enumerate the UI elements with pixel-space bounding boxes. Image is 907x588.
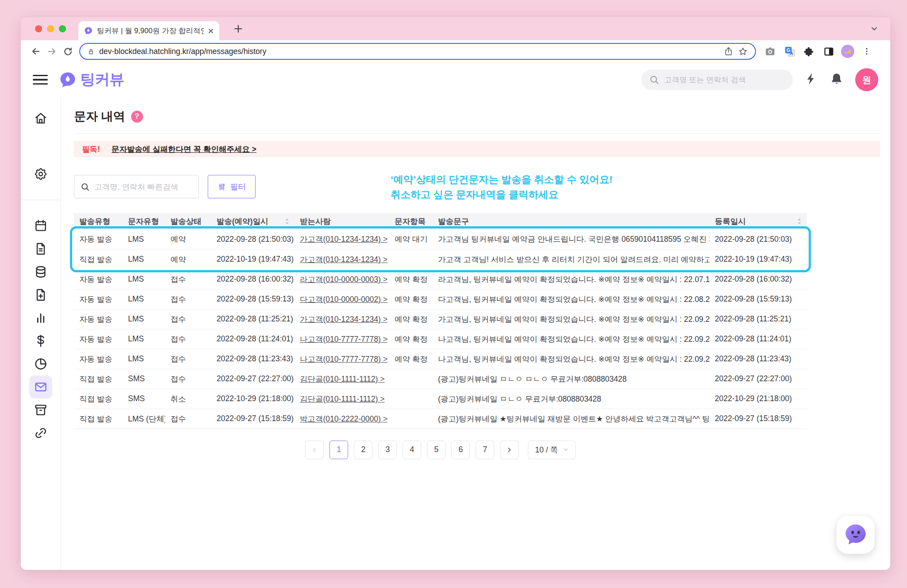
recipient-link[interactable]: 가고객(010-1234-1234) >: [300, 255, 388, 264]
screenshot-extension-button[interactable]: [763, 44, 777, 58]
global-search-input[interactable]: 고객명 또는 연락처 검색: [641, 70, 793, 90]
recipient-link[interactable]: 라고객(010-0000-0003) >: [300, 275, 388, 284]
col-category[interactable]: 문자항목: [389, 213, 433, 229]
maximize-window-button[interactable]: [59, 25, 66, 32]
recipient-link[interactable]: 가고객(010-1234-1234) >: [300, 235, 388, 244]
reload-button[interactable]: [60, 43, 76, 59]
page-size-select[interactable]: 10 / 쪽: [528, 441, 576, 459]
recipient-link[interactable]: 나고객(010-7777-7778) >: [300, 355, 388, 364]
bell-icon: [830, 72, 843, 85]
table-row[interactable]: 직접 발송 LMS 예약 2022-10-19 (19:47:43) 가고객(0…: [74, 249, 807, 269]
col-registered-at[interactable]: 등록일시: [709, 213, 807, 229]
browser-menu-button[interactable]: [860, 44, 874, 58]
sidebar-item-sales[interactable]: [33, 333, 49, 349]
sidebar-item-document[interactable]: [33, 241, 49, 257]
sidebar-item-statistics[interactable]: [33, 310, 49, 326]
table-row[interactable]: 직접 발송 LMS (단체) 접수 2022-09-27 (15:18:59) …: [74, 409, 807, 429]
col-status[interactable]: 발송상태: [165, 213, 211, 229]
sidebar-item-storage[interactable]: [33, 402, 49, 418]
col-send-type[interactable]: 발송유형: [74, 213, 123, 229]
tab-close-icon[interactable]: [208, 28, 214, 34]
col-msg-type[interactable]: 문자유형: [123, 213, 165, 229]
cell-category: 예약 대기: [389, 229, 433, 249]
quick-search-placeholder: 고객명, 연락처 빠른검색: [94, 182, 178, 192]
table-row[interactable]: 직접 발송 SMS 접수 2022-09-27 (22:27:00) 김단골(0…: [74, 369, 807, 389]
sort-icon[interactable]: [285, 218, 289, 225]
side-panel-button[interactable]: [822, 44, 836, 58]
recipient-link[interactable]: 박고객(010-2222-0000) >: [300, 414, 388, 423]
notice-link[interactable]: 문자발송에 실패한다면 꼭 확인해주세요 >: [112, 144, 256, 155]
cell-recipient: 나고객(010-7777-7778) >: [295, 329, 389, 349]
page-button-6[interactable]: 6: [451, 441, 470, 459]
sidebar-divider: [21, 200, 60, 200]
bar-chart-icon: [34, 311, 48, 325]
sidebar-item-reports[interactable]: [33, 356, 49, 372]
quick-actions-button[interactable]: [805, 72, 818, 87]
url-bar[interactable]: dev-blockdeal.hatchling.kr/app/messages/…: [79, 43, 756, 60]
new-tab-button[interactable]: [233, 23, 244, 35]
tab-list-chevron-icon[interactable]: [870, 24, 879, 33]
sort-icon[interactable]: [797, 218, 802, 225]
user-avatar[interactable]: 원: [855, 68, 878, 91]
cell-category: 예약 확정: [389, 269, 433, 289]
page-button-2[interactable]: 2: [354, 441, 372, 459]
cell-recipient: 김단골(010-1111-1112) >: [295, 369, 389, 389]
minimize-window-button[interactable]: [47, 25, 54, 32]
reload-icon: [63, 46, 73, 57]
message-table-body: 자동 발송 LMS 예약 2022-09-28 (21:50:03) 가고객(0…: [74, 229, 807, 429]
menu-hamburger-button[interactable]: [33, 75, 48, 85]
share-icon[interactable]: [724, 46, 733, 56]
url-text[interactable]: dev-blockdeal.hatchling.kr/app/messages/…: [99, 47, 719, 56]
recipient-link[interactable]: 다고객(010-0000-0002) >: [300, 295, 388, 304]
forward-button[interactable]: [44, 43, 60, 59]
table-row[interactable]: 자동 발송 LMS 예약 2022-09-28 (21:50:03) 가고객(0…: [74, 229, 807, 249]
table-row[interactable]: 자동 발송 LMS 접수 2022-09-28 (16:00:32) 라고객(0…: [74, 269, 807, 289]
sidebar-item-calendar[interactable]: [33, 218, 49, 234]
prev-page-button[interactable]: [305, 441, 324, 459]
sidebar-item-file-add[interactable]: [33, 287, 49, 303]
table-row[interactable]: 자동 발송 LMS 접수 2022-09-28 (11:23:43) 나고객(0…: [74, 349, 807, 369]
sidebar-item-settings[interactable]: [33, 166, 49, 182]
recipient-link[interactable]: 나고객(010-7777-7778) >: [300, 335, 388, 344]
back-arrow-icon: [31, 46, 41, 57]
quick-search-input[interactable]: 고객명, 연락처 빠른검색: [74, 175, 199, 198]
sidebar-item-database[interactable]: [33, 264, 49, 280]
browser-tab[interactable]: 팅커뷰 | 월 9,900원 가장 합리적인: [78, 21, 219, 40]
table-row[interactable]: 자동 발송 LMS 접수 2022-09-28 (15:59:13) 다고객(0…: [74, 289, 807, 309]
table-row[interactable]: 직접 발송 SMS 취소 2022-10-29 (21:18:00) 김단골(0…: [74, 389, 807, 409]
table-row[interactable]: 자동 발송 LMS 접수 2022-09-28 (11:25:21) 가고객(0…: [74, 309, 807, 329]
pagination: 1234567 10 / 쪽: [74, 441, 807, 459]
recipient-link[interactable]: 가고객(010-1234-1234) >: [300, 315, 388, 324]
help-badge[interactable]: ?: [131, 111, 143, 123]
col-recipient[interactable]: 받는사람: [295, 213, 389, 229]
page-button-3[interactable]: 3: [378, 441, 397, 459]
close-window-button[interactable]: [35, 25, 42, 32]
calendar-icon: [34, 219, 48, 233]
chat-widget-button[interactable]: [837, 516, 875, 554]
translate-extension-button[interactable]: AG: [783, 44, 797, 58]
col-sent-at[interactable]: 발송(예약)일시: [211, 213, 295, 229]
extensions-button[interactable]: [802, 44, 816, 58]
filter-button[interactable]: 필터: [208, 175, 256, 198]
recipient-link[interactable]: 김단골(010-1111-1112) >: [300, 395, 384, 403]
page-button-7[interactable]: 7: [476, 441, 494, 459]
sidebar-item-home[interactable]: [33, 110, 49, 126]
recipient-link[interactable]: 김단골(010-1111-1112) >: [300, 375, 384, 383]
page-button-4[interactable]: 4: [403, 441, 421, 459]
sidebar-item-links[interactable]: [33, 425, 49, 441]
table-row[interactable]: 자동 발송 LMS 접수 2022-09-28 (11:24:01) 나고객(0…: [74, 329, 807, 349]
notifications-button[interactable]: [830, 72, 843, 87]
cell-status: 접수: [165, 289, 211, 309]
col-message[interactable]: 발송문구: [433, 213, 709, 229]
back-button[interactable]: [28, 43, 44, 59]
cancel-hint-callout: ‘예약’상태의 단건문자는 발송을 취소할 수 있어요! 취소하고 싶은 문자내…: [391, 172, 612, 202]
bookmark-star-icon[interactable]: [738, 46, 748, 57]
page-button-1[interactable]: 1: [329, 441, 348, 459]
sidebar-item-messages[interactable]: [29, 375, 52, 398]
app-logo[interactable]: 팅커뷰: [58, 70, 124, 90]
next-page-button[interactable]: [500, 441, 519, 459]
browser-toolbar: dev-blockdeal.hatchling.kr/app/messages/…: [21, 40, 890, 62]
document-icon: [34, 242, 48, 256]
page-button-5[interactable]: 5: [427, 441, 446, 459]
browser-profile-avatar[interactable]: [841, 45, 854, 58]
